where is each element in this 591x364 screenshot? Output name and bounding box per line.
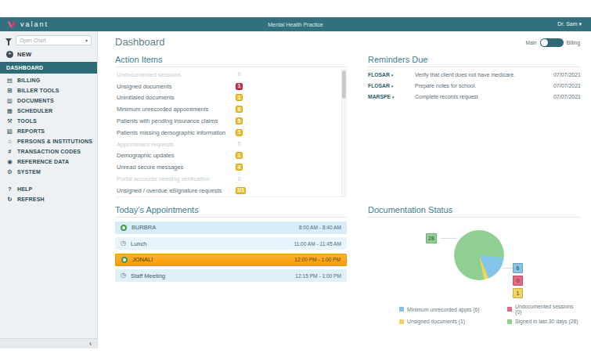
chevron-down-icon: ▾ [392, 95, 395, 99]
appointments-list: BURBRA8:00 AM - 8:40 AM◷Lunch11:00 AM - … [115, 222, 347, 283]
valant-v-icon [7, 20, 16, 29]
reminder-row: FLOSAR ▾Verify that client does not have… [368, 69, 581, 80]
scheduler-icon: ▦ [6, 107, 13, 114]
action-item-row[interactable]: Patients missing demographic information… [115, 127, 337, 139]
sidebar-item-billing[interactable]: ▤BILLING [0, 75, 97, 85]
action-item-row[interactable]: Portal accounts needing verification0 [115, 173, 337, 185]
sidebar: Open Chart ▾ + NEW DASHBOARD▤BILLING⊞BIL… [0, 31, 98, 348]
sidebar-item-system[interactable]: ⚙SYSTEM [0, 167, 97, 177]
action-item-label: Unsigned / overdue eSignature requests [117, 187, 236, 194]
filter-funnel-icon[interactable] [5, 38, 12, 42]
status-circle-icon [121, 257, 128, 263]
action-item-row[interactable]: Appointment requests0 [115, 139, 337, 150]
toggle-knob[interactable] [541, 39, 548, 46]
appointment-time: 8:00 AM - 8:40 AM [299, 225, 341, 230]
action-item-row[interactable]: Unread secure messages4 [115, 161, 337, 173]
sidebar-item-persons-institutions[interactable]: ⌂PERSONS & INSTITUTIONS [0, 136, 97, 146]
action-item-count-badge: 1/1 [236, 187, 246, 194]
appointment-row[interactable]: ◷Lunch11:00 AM - 11:45 AM [115, 237, 347, 250]
action-item-label: Uninitialed documents [117, 94, 236, 101]
valant-logo: valant [7, 17, 49, 31]
page-title: Dashboard [115, 36, 165, 48]
status-circle-icon [121, 225, 127, 231]
new-button[interactable]: + NEW [0, 49, 97, 61]
action-item-row[interactable]: Patients with pending insurance claims5 [115, 115, 337, 127]
main-content: Dashboard Main Billing Action Items Undo… [98, 31, 591, 348]
reminder-patient-link[interactable]: FLOSAR ▾ [368, 72, 415, 77]
appointment-name: Staff Meeting [131, 272, 295, 279]
reminder-row: FLOSAR ▾Prepare notes for school.07/07/2… [368, 80, 581, 91]
action-item-count-badge: 6 [236, 106, 243, 113]
reminders-due-panel: Reminders Due FLOSAR ▾Verify that client… [368, 55, 581, 102]
appointments-title: Today's Appointments [115, 205, 347, 218]
action-items-title: Action Items [115, 55, 347, 67]
toggle-label-main[interactable]: Main [526, 40, 537, 45]
action-item-row[interactable]: Undocumented sessions0 [115, 69, 337, 81]
user-menu[interactable]: Dr. Sam ▾ [557, 21, 582, 27]
pie-legend: Minimum unrecorded appts (6)Undocumented… [368, 304, 581, 324]
sidebar-item-biller-tools[interactable]: ⊞BILLER TOOLS [0, 85, 97, 96]
biller-tools-icon: ⊞ [6, 87, 13, 94]
main-billing-toggle[interactable] [540, 38, 564, 47]
clock-icon: ◷ [121, 240, 126, 247]
sidebar-collapse-bar[interactable]: ‹ [0, 338, 97, 348]
action-item-row[interactable]: Demographic updates1 [115, 150, 337, 162]
open-chart-dropdown[interactable]: Open Chart ▾ [16, 35, 92, 45]
reports-icon: ▧ [6, 128, 13, 135]
sidebar-item-label: REFRESH [17, 196, 45, 202]
appointment-row[interactable]: JONALI12:00 PM - 1:00 PM [115, 254, 347, 266]
toggle-label-billing[interactable]: Billing [567, 40, 580, 45]
legend-label: Unsigned documents (1) [407, 319, 465, 324]
refresh-icon: ↻ [6, 196, 13, 203]
legend-item: Minimum unrecorded appts (6) [399, 304, 507, 315]
action-item-count-badge: 5 [236, 117, 243, 124]
legend-item: Unsigned documents (1) [399, 319, 507, 324]
sidebar-item-scheduler[interactable]: ▦SCHEDULER [0, 106, 97, 116]
action-items-scrollbar[interactable] [341, 69, 347, 196]
collapse-chevron-icon[interactable]: ‹ [89, 340, 92, 348]
main-billing-toggle-group: Main Billing [526, 38, 580, 47]
appointment-time: 11:00 AM - 11:45 AM [294, 241, 341, 247]
sidebar-item-refresh[interactable]: ↻REFRESH [0, 194, 97, 204]
legend-color-marker [507, 319, 512, 324]
sidebar-item-label: TOOLS [17, 118, 37, 124]
appointment-row[interactable]: ◷Staff Meeting12:15 PM - 1:00 PM [115, 269, 347, 282]
appointment-name: Lunch [131, 240, 294, 247]
scrollbar-thumb[interactable] [342, 70, 346, 99]
sidebar-nav: DASHBOARD▤BILLING⊞BILLER TOOLS▥DOCUMENTS… [0, 62, 97, 177]
sidebar-item-label: REPORTS [17, 128, 45, 134]
reminder-patient-link[interactable]: FLOSAR ▾ [368, 83, 415, 88]
action-item-label: Undocumented sessions [117, 71, 236, 78]
clock-icon: ◷ [121, 272, 126, 279]
sidebar-item-reference-data[interactable]: ◉REFERENCE DATA [0, 157, 97, 167]
action-item-row[interactable]: Unsigned / overdue eSignature requests1/… [115, 185, 337, 196]
chevron-down-icon: ▾ [391, 73, 394, 77]
sidebar-footer-nav: ?HELP↻REFRESH [0, 184, 97, 204]
legend-item: Undocumented sessions (0) [507, 304, 581, 315]
reminder-text: Complete records request [415, 94, 543, 99]
sidebar-item-label: PERSONS & INSTITUTIONS [17, 139, 92, 144]
legend-color-marker [399, 307, 404, 312]
sidebar-item-dashboard[interactable]: DASHBOARD [0, 62, 97, 74]
action-item-row[interactable]: Uninitialed documents1 [115, 92, 337, 104]
topbar: valant Mental Health Practice Dr. Sam ▾ [0, 17, 591, 31]
sidebar-item-transaction-codes[interactable]: #TRANSACTION CODES [0, 146, 97, 157]
legend-label: Minimum unrecorded appts (6) [407, 307, 480, 312]
action-item-row[interactable]: Unsigned documents1 [115, 81, 337, 92]
documentation-status-title: Documentation Status [368, 205, 581, 218]
action-item-label: Demographic updates [117, 152, 236, 159]
appointment-row[interactable]: BURBRA8:00 AM - 8:40 AM [115, 222, 347, 234]
documents-icon: ▥ [6, 97, 13, 104]
action-item-count-badge: 1 [236, 152, 243, 159]
sidebar-item-tools[interactable]: ⚒TOOLS [0, 116, 97, 126]
chevron-down-icon: ▾ [391, 84, 394, 88]
sidebar-item-help[interactable]: ?HELP [0, 184, 97, 194]
reminder-patient-link[interactable]: MARSPE ▾ [368, 94, 415, 99]
reminder-date: 07/07/2021 [543, 83, 581, 88]
action-item-count-badge: 1 [236, 94, 243, 101]
sidebar-item-reports[interactable]: ▧REPORTS [0, 126, 97, 136]
action-item-row[interactable]: Minimum unrecorded appointments6 [115, 103, 337, 115]
sidebar-item-documents[interactable]: ▥DOCUMENTS [0, 96, 97, 106]
tools-icon: ⚒ [6, 117, 13, 124]
open-chart-row: Open Chart ▾ [0, 31, 97, 49]
